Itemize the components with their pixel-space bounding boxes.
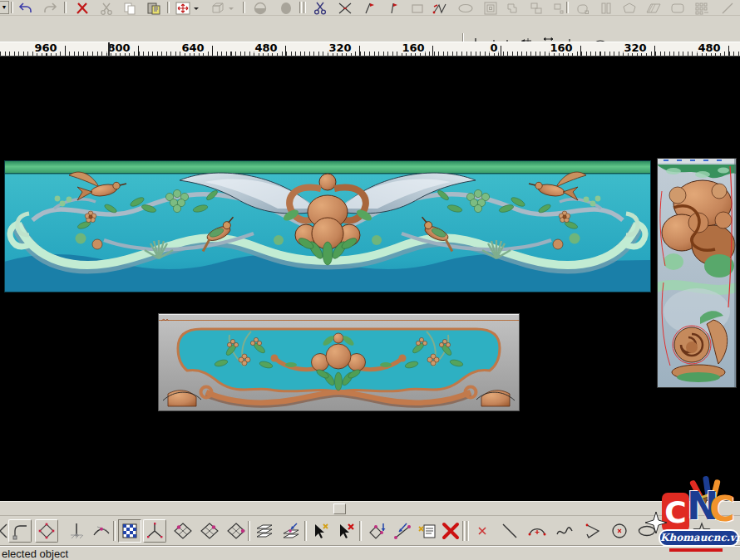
checker-plane-button[interactable] [118,519,141,543]
scissors-icon[interactable] [309,1,331,15]
move-plane-icon[interactable] [366,519,389,543]
ruler-major-tick [654,46,655,56]
relief-panel-small[interactable] [158,313,520,411]
horizontal-scrollbar[interactable] [0,501,740,515]
toolbar-bottom [0,515,740,545]
arc-tool-icon[interactable] [525,519,549,543]
scrollbar-thumb[interactable] [333,504,346,514]
logo-letter-c2: C [709,489,735,529]
rounded-rect-icon[interactable] [667,1,688,15]
paste-button[interactable] [143,1,165,15]
shape-square-icon[interactable] [572,1,594,15]
parallel-bars-icon[interactable] [595,1,617,15]
relief-panel-main[interactable] [4,160,651,292]
ruler-major-tick [432,46,433,56]
cross-lines-icon[interactable] [334,1,356,15]
logo-site-banner: Khomaucnc.vn [659,529,739,547]
separator [113,521,116,541]
sphere-icon[interactable] [275,1,297,15]
ruler-label: 160 [401,42,425,53]
select-node-red-icon[interactable] [334,519,358,543]
ruler-label: 480 [254,42,278,53]
ruler-divider [108,42,110,56]
separator [304,521,307,541]
delete-button[interactable] [72,1,93,15]
separator [299,2,302,13]
plane-yz-icon[interactable] [198,519,221,543]
polygon-icon[interactable] [619,1,640,15]
polygon-tool-icon[interactable] [580,519,604,543]
separator [466,521,469,541]
flag-line-2-icon[interactable] [382,1,403,15]
ruler-major-tick [580,46,581,56]
ruler-major-tick [285,46,286,56]
slash-icon[interactable] [717,1,738,15]
undo-button[interactable] [14,1,36,15]
relief-panel-column-selected[interactable] [657,158,737,388]
redo-button[interactable] [40,1,62,15]
flag-line-1-icon[interactable] [358,1,379,15]
toolbar-top: ▼ [0,0,740,16]
ruler-label: 800 [106,42,131,53]
line-tool-icon[interactable] [498,519,521,543]
ruler-label: 160 [549,42,573,53]
tangent-node-icon[interactable] [90,519,113,543]
ruler-label: 480 [697,42,721,53]
layers-icon[interactable] [253,519,276,543]
ruler-label: 320 [328,42,352,53]
separator [64,2,67,13]
circle-tool-icon[interactable] [608,519,631,543]
ruler-label: 0 [489,42,498,53]
plane-xy-icon[interactable] [171,519,195,543]
ruler-label: 640 [180,42,205,53]
copy-shape-2-icon[interactable] [525,1,547,15]
separator [167,2,170,13]
separator [359,521,362,541]
small-x-icon[interactable] [471,519,494,543]
separator [11,2,13,13]
parallelogram-icon[interactable] [643,1,664,15]
rect-outline-icon[interactable] [407,1,428,15]
separator [243,2,245,13]
status-bar: elected object [0,545,740,560]
ruler-major-tick [212,46,213,56]
layers-arrow-icon[interactable] [279,519,303,543]
plane-xz-icon[interactable] [224,519,248,543]
copy-shape-1-icon[interactable] [502,1,524,15]
view-3d-button[interactable] [208,1,238,15]
copy-button[interactable] [119,1,141,15]
node-list-icon[interactable] [416,519,439,543]
diamond-nodes-button[interactable] [35,519,58,543]
design-canvas[interactable] [0,56,740,501]
ruler-major-tick [138,46,139,56]
node-polyline-icon[interactable] [429,1,451,15]
combo-dropdown-icon[interactable]: ▼ [0,1,9,14]
ellipse-outline-icon[interactable] [455,1,476,15]
delete-all-icon[interactable] [439,519,462,543]
ruler-major-tick [359,46,360,56]
grid-dots-icon[interactable] [691,1,713,15]
separator [462,521,465,541]
snap-node-icon[interactable] [391,519,414,543]
application-window: ▼ [0,0,740,560]
separator [248,521,250,541]
ruler-label: 320 [623,42,647,53]
sphere-top-icon[interactable] [249,1,271,15]
corner-radius-button[interactable] [8,519,32,543]
cnc-watermark-logo: C N C Khomaucnc.vn [659,474,740,554]
toolbar-measure-row [0,16,740,42]
status-text: elected object [2,548,68,560]
select-node-yellow-icon[interactable] [309,519,333,543]
curve-tool-icon[interactable] [553,519,576,543]
ruler-major-tick [65,46,66,56]
sparkle-cursor-icon [645,512,667,537]
axis-origin-icon[interactable] [67,519,90,543]
ruler-label: 960 [33,42,57,53]
concentric-squares-icon[interactable] [480,1,501,15]
axes-button[interactable] [173,1,203,15]
horizontal-ruler[interactable]: 960 800 640 480 320 160 0 160 320 480 [0,42,740,56]
cut-button[interactable] [96,1,117,15]
ruler-major-tick [728,46,729,56]
ruler-major-tick [501,46,501,56]
axis-3d-button[interactable] [143,519,166,543]
